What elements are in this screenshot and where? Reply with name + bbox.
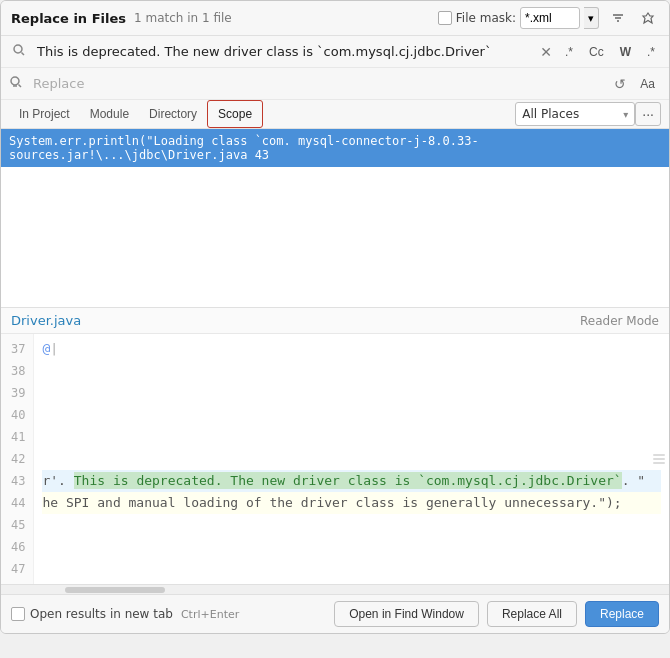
line-num-40: 40	[11, 404, 25, 426]
filter-icon[interactable]	[607, 9, 629, 27]
match-case-btn[interactable]: Aa	[634, 75, 661, 93]
code-line-44: he SPI and manual loading of the driver …	[42, 492, 661, 514]
line-numbers: 37 38 39 40 41 42 43 44 45 46 47	[1, 334, 34, 584]
svg-line-6	[19, 85, 22, 88]
code-line-46	[42, 536, 661, 558]
clear-search-icon[interactable]: ✕	[537, 44, 555, 60]
code-line-38	[42, 360, 661, 382]
title-bar: Replace in Files 1 match in 1 file File …	[1, 1, 669, 36]
line-num-42: 42	[11, 448, 25, 470]
line-num-37: 37	[11, 338, 25, 360]
tab-in-project[interactable]: In Project	[9, 101, 80, 127]
scrollbar[interactable]	[653, 454, 665, 464]
line-num-38: 38	[11, 360, 25, 382]
search-find-icon	[9, 43, 29, 60]
match-info: 1 match in 1 file	[134, 11, 232, 25]
result-item[interactable]: System.err.println("Loading class `com. …	[1, 129, 669, 167]
code-header: Driver.java Reader Mode	[1, 308, 669, 334]
tab-scope[interactable]: Scope	[207, 100, 263, 128]
line-num-47: 47	[11, 558, 25, 580]
open-find-window-btn[interactable]: Open in Find Window	[334, 601, 479, 627]
replace-placeholder: Replace	[33, 76, 606, 91]
dots-btn[interactable]: .*	[641, 43, 661, 61]
undo-replace-icon[interactable]: ↺	[610, 74, 630, 94]
code-line-40	[42, 404, 661, 426]
case-btn[interactable]: Cc	[583, 43, 610, 61]
file-mask-input[interactable]	[520, 7, 580, 29]
code-line-42	[42, 448, 661, 470]
line-num-43: 43	[11, 470, 25, 492]
code-line-39	[42, 382, 661, 404]
more-options-btn[interactable]: ···	[635, 102, 661, 126]
code-line-37: @|	[42, 338, 661, 360]
tab-module[interactable]: Module	[80, 101, 139, 127]
regex-btn[interactable]: .*	[559, 43, 579, 61]
dialog-title: Replace in Files	[11, 11, 126, 26]
code-content: @| r'. This is deprecated. The new drive…	[34, 334, 669, 584]
open-new-tab-section: Open results in new tab	[11, 607, 173, 621]
file-mask-section: File mask: ▾	[438, 7, 599, 29]
replace-icon	[9, 75, 29, 92]
code-line-45	[42, 514, 661, 536]
search-row: This is deprecated. The new driver class…	[1, 36, 669, 68]
word-btn[interactable]: W	[614, 43, 637, 61]
replace-btn[interactable]: Replace	[585, 601, 659, 627]
svg-line-4	[22, 53, 25, 56]
line-num-41: 41	[11, 426, 25, 448]
search-query: This is deprecated. The new driver class…	[33, 42, 533, 61]
scope-dropdown-value: All Places	[522, 107, 579, 121]
code-line-41	[42, 426, 661, 448]
file-mask-checkbox[interactable]	[438, 11, 452, 25]
shortcut-hint: Ctrl+Enter	[181, 608, 239, 621]
result-spacer	[1, 167, 669, 307]
tabs-row: In Project Module Directory Scope All Pl…	[1, 100, 669, 129]
file-mask-dropdown[interactable]: ▾	[584, 7, 599, 29]
svg-point-5	[11, 77, 19, 85]
file-mask-label: File mask:	[456, 11, 516, 25]
bottom-bar: Open results in new tab Ctrl+Enter Open …	[1, 594, 669, 633]
horizontal-scrollbar[interactable]	[1, 584, 669, 594]
code-filename[interactable]: Driver.java	[11, 313, 81, 328]
open-new-tab-checkbox[interactable]	[11, 607, 25, 621]
result-path: System.err.println("Loading class `com. …	[9, 134, 661, 162]
scope-dropdown-arrow: ▾	[623, 109, 628, 120]
svg-point-3	[14, 45, 22, 53]
code-view: Driver.java Reader Mode 37 38 39 40 41 4…	[1, 308, 669, 594]
code-line-43: r'. This is deprecated. The new driver c…	[42, 470, 661, 492]
line-num-44: 44	[11, 492, 25, 514]
replace-row: Replace ↺ Aa	[1, 68, 669, 100]
results-area: System.err.println("Loading class `com. …	[1, 129, 669, 308]
open-new-tab-label: Open results in new tab	[30, 607, 173, 621]
scope-dropdown[interactable]: All Places ▾	[515, 102, 635, 126]
pin-icon[interactable]	[637, 9, 659, 27]
tab-directory[interactable]: Directory	[139, 101, 207, 127]
code-line-47	[42, 558, 661, 580]
line-num-39: 39	[11, 382, 25, 404]
reader-mode-label: Reader Mode	[580, 314, 659, 328]
h-scrollbar-thumb[interactable]	[65, 587, 165, 593]
replace-all-btn[interactable]: Replace All	[487, 601, 577, 627]
line-num-45: 45	[11, 514, 25, 536]
code-body: 37 38 39 40 41 42 43 44 45 46 47 @|	[1, 334, 669, 584]
replace-in-files-dialog: Replace in Files 1 match in 1 file File …	[0, 0, 670, 634]
line-num-46: 46	[11, 536, 25, 558]
